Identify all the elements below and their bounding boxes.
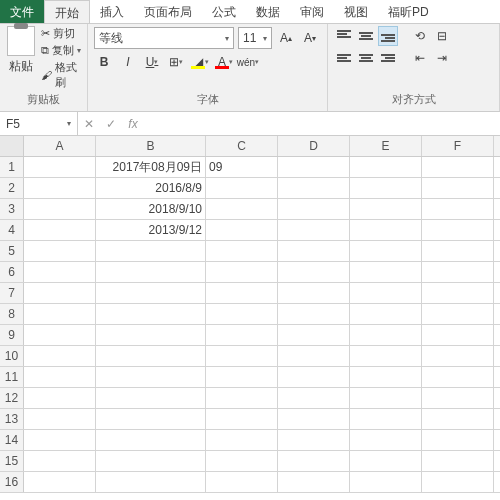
cell[interactable] [24, 178, 96, 198]
cell[interactable] [96, 241, 206, 261]
cell[interactable] [278, 199, 350, 219]
col-header-D[interactable]: D [278, 136, 350, 156]
cell[interactable] [422, 283, 494, 303]
cell[interactable] [24, 220, 96, 240]
cell[interactable]: 09 [206, 157, 278, 177]
cell[interactable] [350, 409, 422, 429]
cell[interactable] [422, 262, 494, 282]
indent-inc-button[interactable]: ⇥ [432, 48, 452, 68]
align-center-button[interactable] [356, 48, 376, 68]
cell[interactable] [96, 283, 206, 303]
cell[interactable] [350, 241, 422, 261]
cell[interactable] [350, 346, 422, 366]
cell[interactable] [278, 262, 350, 282]
cell[interactable] [96, 472, 206, 492]
shrink-font-button[interactable]: A▾ [300, 28, 320, 48]
row-header[interactable]: 14 [0, 430, 24, 450]
cell[interactable] [206, 430, 278, 450]
grow-font-button[interactable]: A▴ [276, 28, 296, 48]
cell[interactable] [278, 430, 350, 450]
cut-button[interactable]: ✂剪切 [41, 26, 81, 41]
font-name-combo[interactable]: 等线▾ [94, 27, 234, 49]
cell[interactable]: 2018/9/10 [96, 199, 206, 219]
border-button[interactable]: ⊞▾ [166, 52, 186, 72]
cell[interactable] [422, 367, 494, 387]
cell[interactable]: 2017年08月09日 [96, 157, 206, 177]
name-box[interactable]: F5▾ [0, 112, 78, 135]
tab-file[interactable]: 文件 [0, 0, 44, 23]
cell[interactable] [24, 472, 96, 492]
col-header-E[interactable]: E [350, 136, 422, 156]
cell[interactable] [422, 388, 494, 408]
orientation-button[interactable]: ⟲ [410, 26, 430, 46]
row-header[interactable]: 13 [0, 409, 24, 429]
phonetic-button[interactable]: wén▾ [238, 52, 258, 72]
align-bottom-button[interactable] [378, 26, 398, 46]
cell[interactable] [422, 430, 494, 450]
cell[interactable] [422, 451, 494, 471]
cell[interactable] [350, 388, 422, 408]
cell[interactable] [422, 409, 494, 429]
cell[interactable] [24, 157, 96, 177]
cell[interactable] [278, 157, 350, 177]
cell[interactable] [206, 178, 278, 198]
row-header[interactable]: 16 [0, 472, 24, 492]
col-header-B[interactable]: B [96, 136, 206, 156]
cell[interactable] [278, 367, 350, 387]
tab-foxit[interactable]: 福昕PD [378, 0, 439, 23]
cell[interactable] [206, 262, 278, 282]
tab-view[interactable]: 视图 [334, 0, 378, 23]
paste-button[interactable]: 粘贴 [6, 26, 37, 90]
cell[interactable] [278, 346, 350, 366]
wrap-button[interactable]: ⊟ [432, 26, 452, 46]
cell[interactable] [350, 367, 422, 387]
cell[interactable] [206, 325, 278, 345]
cell[interactable]: 2013/9/12 [96, 220, 206, 240]
fx-button[interactable]: fx [122, 117, 144, 131]
cell[interactable] [278, 220, 350, 240]
row-header[interactable]: 1 [0, 157, 24, 177]
row-header[interactable]: 7 [0, 283, 24, 303]
cell[interactable] [206, 283, 278, 303]
row-header[interactable]: 15 [0, 451, 24, 471]
painter-button[interactable]: 🖌格式刷 [41, 60, 81, 90]
cell[interactable] [422, 199, 494, 219]
cell[interactable] [96, 409, 206, 429]
cell[interactable] [96, 388, 206, 408]
font-size-combo[interactable]: 11▾ [238, 27, 272, 49]
cell[interactable] [278, 325, 350, 345]
cell[interactable] [422, 178, 494, 198]
cell[interactable] [350, 451, 422, 471]
cell[interactable] [206, 451, 278, 471]
cell[interactable] [206, 409, 278, 429]
cell[interactable] [278, 241, 350, 261]
cell[interactable] [24, 262, 96, 282]
cell[interactable] [206, 241, 278, 261]
cell[interactable] [24, 409, 96, 429]
cell[interactable] [278, 409, 350, 429]
cell[interactable] [24, 367, 96, 387]
align-middle-button[interactable] [356, 26, 376, 46]
cell[interactable] [422, 304, 494, 324]
underline-button[interactable]: U▾ [142, 52, 162, 72]
cell[interactable] [278, 178, 350, 198]
tab-insert[interactable]: 插入 [90, 0, 134, 23]
row-header[interactable]: 6 [0, 262, 24, 282]
align-left-button[interactable] [334, 48, 354, 68]
cell[interactable] [24, 325, 96, 345]
cell[interactable] [206, 472, 278, 492]
row-header[interactable]: 9 [0, 325, 24, 345]
cell[interactable] [24, 451, 96, 471]
col-header-F[interactable]: F [422, 136, 494, 156]
tab-data[interactable]: 数据 [246, 0, 290, 23]
col-header-C[interactable]: C [206, 136, 278, 156]
row-header[interactable]: 4 [0, 220, 24, 240]
cell[interactable] [350, 199, 422, 219]
cell[interactable] [96, 451, 206, 471]
cell[interactable] [278, 472, 350, 492]
cell[interactable] [206, 199, 278, 219]
align-right-button[interactable] [378, 48, 398, 68]
cell[interactable] [350, 304, 422, 324]
cell[interactable] [422, 241, 494, 261]
cell[interactable] [350, 325, 422, 345]
